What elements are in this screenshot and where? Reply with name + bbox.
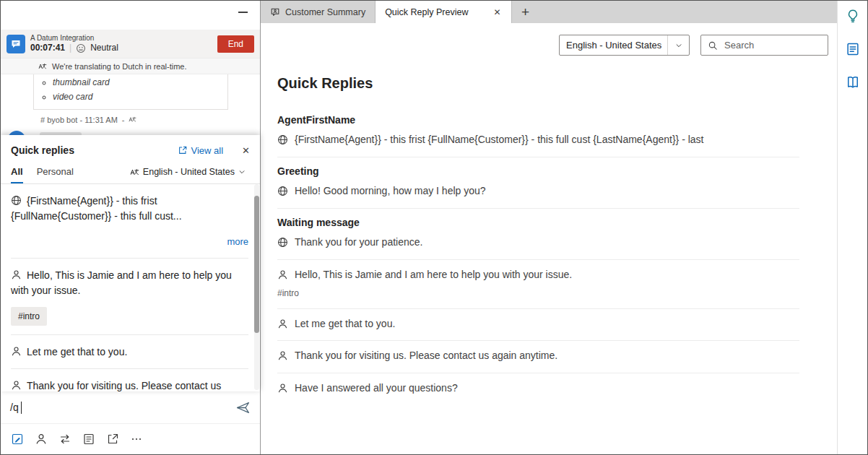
customer-icon (270, 7, 280, 17)
productivity-rail (837, 1, 867, 454)
view-all-button[interactable]: View all (178, 145, 224, 156)
search-input[interactable] (723, 39, 821, 51)
person-icon (277, 383, 288, 394)
close-icon[interactable]: ✕ (242, 145, 250, 156)
globe-icon (11, 195, 22, 206)
search-icon (708, 40, 718, 51)
quick-replies-preview-list: AgentFirstName {FirstName{Agent}} - this… (277, 114, 828, 405)
chevron-down-icon (675, 42, 682, 49)
new-tab-button[interactable]: + (512, 1, 539, 23)
quick-reply-section: Waiting message Thank you for your patie… (277, 209, 799, 260)
message-input[interactable]: /q (10, 402, 97, 414)
section-header: AgentFirstName (277, 114, 799, 126)
send-button[interactable] (235, 400, 251, 415)
page-title: Quick Replies (277, 75, 828, 92)
quick-reply-text: Hello, This is Jamie and I am here to he… (11, 269, 232, 296)
sentiment-label: Neutral (90, 43, 118, 53)
bot-message-card: thumbnail card video card (33, 74, 228, 110)
app-window: A Datum Integration 00:07:41 | Neutral E… (0, 0, 868, 455)
end-conversation-button[interactable]: End (217, 35, 254, 53)
quick-reply-item[interactable]: Thank you for visiting us. Please contac… (11, 369, 248, 391)
chat-avatar (6, 35, 25, 53)
notes-button[interactable] (82, 433, 95, 446)
hashtag-chip[interactable]: #intro (11, 307, 47, 326)
language-dropdown[interactable]: English - United States (559, 35, 690, 56)
open-in-new-icon (178, 145, 188, 155)
person-icon (277, 318, 288, 329)
quick-reply-text: Let me get that to you. (27, 346, 127, 358)
workspace-main: Customer Summary Quick Reply Preview ✕ +… (261, 1, 837, 454)
ellipsis-icon (130, 433, 143, 446)
quick-reply-text: Thank you for visiting us. Please contac… (295, 349, 557, 363)
hashtag-label: #intro (277, 288, 799, 298)
language-selector[interactable]: English - United States (126, 166, 250, 183)
meta-separator: | (69, 43, 71, 53)
smart-assist-button[interactable] (846, 9, 860, 23)
quick-reply-section: Thank you for visiting us. Please contac… (277, 341, 799, 373)
quick-replies-header: Quick replies View all ✕ (1, 135, 260, 159)
card-option[interactable]: thumbnail card (53, 76, 223, 90)
link-button[interactable] (106, 433, 119, 446)
person-icon (11, 269, 22, 280)
quick-reply-preview-content: English - United States Quick Replies Ag… (261, 23, 837, 454)
tab-quick-reply-preview[interactable]: Quick Reply Preview ✕ (376, 1, 511, 23)
book-icon (846, 75, 860, 90)
sentiment-neutral-icon (76, 43, 86, 53)
quick-replies-panel: Quick replies View all ✕ All Personal En… (1, 135, 260, 391)
quick-replies-title: Quick replies (11, 144, 74, 156)
scrollbar-thumb[interactable] (254, 196, 259, 333)
quick-reply-section: Hello, This is Jamie and I am here to he… (277, 260, 799, 309)
close-tab-icon[interactable]: ✕ (493, 7, 500, 17)
person-icon (277, 269, 288, 280)
message-composer: /q (1, 391, 260, 423)
minimize-icon[interactable] (238, 12, 248, 13)
transfer-button[interactable] (58, 433, 71, 446)
quick-reply-row[interactable]: Hello, This is Jamie and I am here to he… (277, 268, 799, 282)
search-box (700, 35, 828, 56)
message-metadata: # byob bot - 11:31 AM - (40, 116, 260, 124)
notes-icon (82, 433, 95, 446)
translate-icon (129, 116, 136, 124)
quick-reply-item[interactable]: Hello, This is Jamie and I am here to he… (11, 259, 248, 335)
quick-reply-text: Thank you for your patience. (295, 235, 422, 249)
quick-reply-row[interactable]: Let me get that to you. (277, 317, 799, 331)
quick-replies-button[interactable] (11, 433, 24, 446)
quick-reply-section: Greeting Hello! Good morning, how may I … (277, 157, 799, 209)
view-all-label: View all (191, 145, 224, 156)
more-link[interactable]: more (227, 236, 248, 247)
person-icon (11, 346, 22, 357)
conversation-toolbar (1, 423, 260, 454)
translation-banner-text: We're translating to Dutch in real-time. (52, 62, 187, 71)
card-option-list: thumbnail card video card (38, 76, 223, 105)
tab-customer-summary[interactable]: Customer Summary (261, 1, 376, 23)
quick-reply-row[interactable]: Thank you for your patience. (277, 235, 799, 249)
tab-label: Quick Reply Preview (385, 7, 468, 17)
chevron-down-icon (238, 168, 246, 176)
person-icon (11, 380, 22, 391)
dropdown-chevron[interactable] (667, 35, 689, 55)
consult-button[interactable] (35, 433, 48, 446)
quick-reply-row[interactable]: Have I answered all your questions? (277, 381, 799, 395)
section-header: Greeting (277, 165, 799, 177)
message-author-timestamp: # byob bot - 11:31 AM (40, 116, 118, 124)
translate-icon (38, 62, 47, 71)
conversation-titlebar (1, 1, 260, 30)
session-name: A Datum Integration (30, 34, 118, 43)
translation-banner: We're translating to Dutch in real-time. (1, 58, 260, 74)
quick-reply-row[interactable]: Thank you for visiting us. Please contac… (277, 349, 799, 363)
script-list-icon (846, 42, 860, 56)
knowledge-search-button[interactable] (846, 75, 860, 90)
more-options-button[interactable] (130, 433, 143, 446)
person-icon (277, 350, 288, 361)
tab-personal[interactable]: Personal (37, 162, 74, 183)
tab-all[interactable]: All (11, 162, 23, 183)
card-option[interactable]: video card (53, 90, 223, 105)
quick-reply-row[interactable]: Hello! Good morning, how may I help you? (277, 184, 799, 198)
tab-label: Customer Summary (285, 7, 365, 17)
quick-reply-item[interactable]: Let me get that to you. (11, 335, 248, 369)
quick-reply-item[interactable]: {FirstName{Agent}} - this frist {FullNam… (11, 184, 248, 259)
quick-reply-row[interactable]: {FirstName{Agent}} - this frist {FullNam… (277, 133, 799, 147)
session-info: A Datum Integration 00:07:41 | Neutral (30, 34, 118, 54)
tab-bar: Customer Summary Quick Reply Preview ✕ + (261, 1, 837, 23)
agent-scripts-button[interactable] (846, 42, 860, 56)
